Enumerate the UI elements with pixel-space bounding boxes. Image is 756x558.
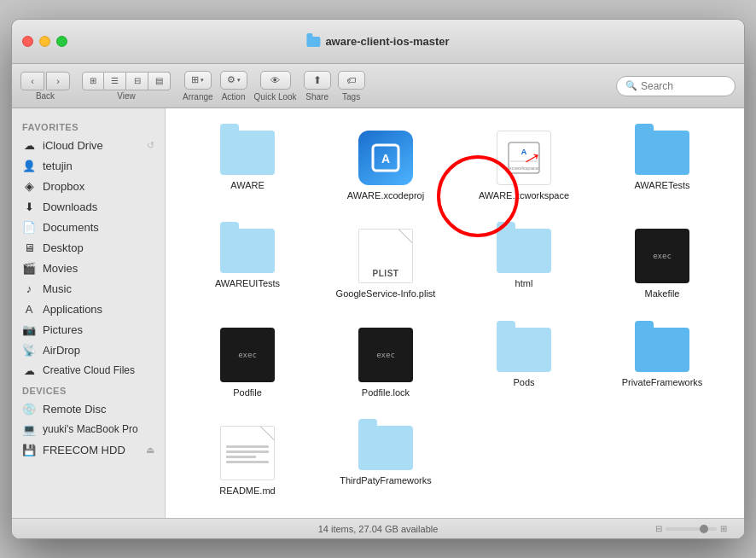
sidebar-item-icloud[interactable]: ☁ iCloud Drive ↺ xyxy=(12,135,165,155)
sidebar-item-downloads[interactable]: ⬇ Downloads xyxy=(12,196,165,217)
folder-icon xyxy=(306,37,320,47)
folder-icon-thirdparty xyxy=(358,426,413,470)
view-icon-btn[interactable]: ⊞ xyxy=(82,72,104,90)
share-label: Share xyxy=(305,92,329,102)
quicklook-button[interactable]: 👁 xyxy=(260,71,291,90)
sidebar-label-airdrop: AirDrop xyxy=(43,344,80,357)
file-item-makefile[interactable]: exec Makefile xyxy=(597,224,727,305)
share-group: ⬆ Share xyxy=(304,71,331,102)
close-button[interactable] xyxy=(22,36,33,47)
sidebar-item-applications[interactable]: A Applications xyxy=(12,299,165,319)
nav-buttons: ‹ › xyxy=(20,72,70,90)
back-button[interactable]: ‹ xyxy=(20,72,44,90)
file-name-xcworkspace: AWARE.xcworkspace xyxy=(479,189,569,201)
share-button[interactable]: ⬆ xyxy=(304,71,331,90)
file-item-html[interactable]: html xyxy=(459,224,589,305)
sidebar-section-favorites: Favorites xyxy=(12,117,165,135)
file-item-thirdparty[interactable]: ThirdPatyFrameworks xyxy=(321,421,451,502)
sidebar-item-tetujin[interactable]: 👤 tetujin xyxy=(12,155,165,176)
sidebar-item-desktop[interactable]: 🖥 Desktop xyxy=(12,237,165,258)
minimize-button[interactable] xyxy=(39,36,50,47)
file-item-xcworkspace[interactable]: A xcworkspace AWARE.xcworkspace xyxy=(459,125,589,206)
folder-icon-aware xyxy=(220,131,275,175)
plist-icon: PLIST xyxy=(358,229,413,283)
sidebar: Favorites ☁ iCloud Drive ↺ 👤 tetujin ◈ D… xyxy=(12,108,166,518)
file-item-pods[interactable]: Pods xyxy=(459,323,589,404)
svg-text:A: A xyxy=(521,148,527,156)
sidebar-label-tetujin: tetujin xyxy=(43,160,73,172)
hdd-icon: 💾 xyxy=(22,443,36,456)
xcworkspace-icon: A xcworkspace xyxy=(497,131,551,185)
quicklook-group: 👁 Quick Look xyxy=(254,71,297,102)
sidebar-item-music[interactable]: ♪ Music xyxy=(12,278,165,299)
movies-icon: 🎬 xyxy=(22,261,36,275)
sidebar-item-dropbox[interactable]: ◈ Dropbox xyxy=(12,176,165,196)
applications-icon: A xyxy=(22,302,36,316)
sidebar-item-cc[interactable]: ☁ Creative Cloud Files xyxy=(12,360,165,381)
sidebar-item-documents[interactable]: 📄 Documents xyxy=(12,217,165,237)
file-name-plist: GoogleService-Info.plist xyxy=(336,288,436,299)
sidebar-label-applications: Applications xyxy=(43,303,102,316)
zoom-slider[interactable]: ⊟ ⊞ xyxy=(655,524,727,533)
sidebar-item-macbook[interactable]: 💻 yuuki's MacBook Pro xyxy=(12,419,165,439)
svg-text:A: A xyxy=(381,152,390,166)
nav-group: ‹ › Back xyxy=(20,72,70,101)
sidebar-label-documents: Documents xyxy=(43,221,99,234)
file-item-readme[interactable]: README.md xyxy=(183,421,312,502)
view-group: ⊞ ☰ ⊟ ▤ View xyxy=(82,72,171,101)
maximize-button[interactable] xyxy=(56,36,67,47)
file-name-aware: AWARE xyxy=(230,179,265,191)
view-buttons: ⊞ ☰ ⊟ ▤ xyxy=(82,72,171,90)
quicklook-label: Quick Look xyxy=(254,92,297,102)
file-item-podfile-lock[interactable]: exec Podfile.lock xyxy=(321,323,451,404)
sidebar-item-airdrop[interactable]: 📡 AirDrop xyxy=(12,340,165,360)
sidebar-item-movies[interactable]: 🎬 Movies xyxy=(12,258,165,278)
view-label: View xyxy=(117,91,136,101)
action-label: Action xyxy=(222,92,246,102)
view-coverflow-btn[interactable]: ▤ xyxy=(148,72,171,90)
file-item-podfile[interactable]: exec Podfile xyxy=(183,323,312,404)
arrange-button[interactable]: ⊞▾ xyxy=(184,71,212,90)
view-column-btn[interactable]: ⊟ xyxy=(126,72,148,90)
cc-icon: ☁ xyxy=(22,363,36,377)
file-item-awaretests[interactable]: AWARETests xyxy=(597,125,727,206)
titlebar: aware-client-ios-master xyxy=(12,20,744,64)
file-item-plist[interactable]: PLIST GoogleService-Info.plist xyxy=(321,224,451,305)
airdrop-icon: 📡 xyxy=(22,343,36,357)
tags-button[interactable]: 🏷 xyxy=(338,71,365,90)
folder-icon-awareuiteests xyxy=(220,229,275,273)
sidebar-label-movies: Movies xyxy=(43,262,78,275)
file-name-makefile: Makefile xyxy=(645,288,680,299)
file-name-podfile: Podfile xyxy=(233,387,262,398)
downloads-icon: ⬇ xyxy=(22,200,36,213)
cloud-icon: ☁ xyxy=(22,138,36,152)
back-label: Back xyxy=(36,91,55,101)
file-item-privateframeworks[interactable]: PrivateFrameworks xyxy=(597,323,727,404)
view-list-btn[interactable]: ☰ xyxy=(104,72,126,90)
action-button[interactable]: ⚙▾ xyxy=(220,71,247,90)
arrange-label: Arrange xyxy=(183,92,213,102)
pictures-icon: 📷 xyxy=(22,323,36,336)
file-item-awareuiteests[interactable]: AWAREUITests xyxy=(183,224,312,305)
sidebar-item-remotedisc[interactable]: 💿 Remote Disc xyxy=(12,398,165,419)
sidebar-label-hdd: FREECOM HDD xyxy=(43,444,125,456)
action-group: ⚙▾ Action xyxy=(220,71,247,102)
main-content: Favorites ☁ iCloud Drive ↺ 👤 tetujin ◈ D… xyxy=(12,108,744,518)
forward-button[interactable]: › xyxy=(46,72,70,90)
sidebar-item-pictures[interactable]: 📷 Pictures xyxy=(12,319,165,340)
sidebar-label-dropbox: Dropbox xyxy=(43,180,84,193)
sidebar-item-hdd[interactable]: 💾 FREECOM HDD ⏏ xyxy=(12,439,165,460)
eject-icon[interactable]: ⏏ xyxy=(146,445,154,456)
folder-icon-pods xyxy=(497,328,551,372)
file-item-aware[interactable]: AWARE xyxy=(183,125,312,206)
folder-icon-privateframeworks xyxy=(635,328,689,372)
exec-icon-podfile: exec xyxy=(220,328,275,382)
traffic-lights xyxy=(22,36,67,47)
laptop-icon: 💻 xyxy=(22,422,36,436)
sidebar-label-pictures: Pictures xyxy=(43,323,83,336)
file-item-xcodeproj[interactable]: A AWARE.xcodeproj xyxy=(321,125,451,206)
finder-window: aware-client-ios-master ‹ › Back ⊞ ☰ ⊟ ▤… xyxy=(11,19,745,539)
file-name-privateframeworks: PrivateFrameworks xyxy=(622,376,703,388)
search-input[interactable] xyxy=(641,80,726,92)
xcodeproj-icon: A xyxy=(358,131,413,185)
